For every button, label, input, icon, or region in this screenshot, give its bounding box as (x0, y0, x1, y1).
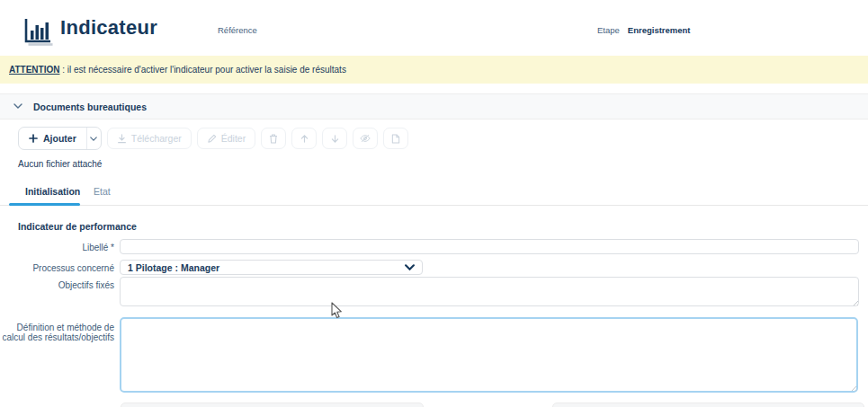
tab-etat[interactable]: Etat (94, 186, 111, 197)
step-indicator: EtapeEnregistrement (597, 25, 691, 35)
active-tab-underline (9, 203, 80, 206)
step-label: Etape (597, 25, 620, 35)
objectifs-textarea[interactable] (120, 277, 859, 306)
tab-initialisation[interactable]: Initialisation (25, 186, 80, 197)
form-section-title: Indicateur de performance (18, 221, 137, 232)
tab-bar: Initialisation Etat (0, 180, 868, 206)
processus-select[interactable]: 1 Pilotage : Manager (120, 260, 423, 275)
app-header: Indicateur Référence EtapeEnregistrement (0, 0, 868, 51)
definition-label: Définition et méthode de calcul des résu… (0, 323, 114, 342)
add-dropdown-toggle[interactable] (86, 128, 101, 149)
step-value: Enregistrement (628, 25, 691, 35)
visibility-button[interactable] (353, 128, 378, 149)
move-up-button[interactable] (291, 128, 317, 149)
download-button-label: Télécharger (131, 133, 182, 144)
delete-button[interactable] (261, 128, 286, 149)
select-chevron-down-icon (405, 264, 415, 270)
warning-banner: ATTENTION : il est nécessaire d'activer … (0, 56, 868, 84)
documents-section-title: Documents bureautiques (33, 102, 147, 112)
page-title: Indicateur (60, 16, 157, 40)
next-field-stub-right (552, 403, 864, 407)
add-button[interactable]: Ajouter (19, 128, 86, 149)
libelle-input[interactable] (120, 239, 859, 254)
processus-selected-value: 1 Pilotage : Manager (128, 262, 405, 273)
arrow-up-icon (300, 135, 309, 143)
libelle-label: Libellé * (0, 243, 114, 252)
no-file-message: Aucun fichier attaché (18, 159, 102, 169)
indicator-page: Indicateur Référence EtapeEnregistrement… (0, 0, 868, 407)
definition-textarea[interactable] (120, 317, 858, 393)
trash-icon (269, 134, 278, 144)
file-icon (391, 134, 400, 144)
next-field-stub-left (121, 403, 424, 407)
edit-button[interactable]: Éditer (197, 128, 255, 149)
preview-file-button[interactable] (383, 128, 408, 149)
download-button[interactable]: Télécharger (107, 128, 192, 149)
objectifs-label: Objectifs fixés (0, 280, 114, 290)
arrow-down-icon (331, 135, 339, 143)
warning-text: ATTENTION : il est nécessaire d'activer … (9, 56, 346, 84)
pencil-icon (207, 134, 217, 144)
warning-message: : il est nécessaire d'activer l'indicate… (59, 65, 345, 75)
add-button-label: Ajouter (43, 133, 76, 144)
caret-down-icon (90, 137, 97, 141)
plus-icon (29, 134, 38, 143)
documents-toolbar: Ajouter Télécharger Éditer (18, 127, 408, 150)
reference-label: Référence (218, 25, 257, 35)
eye-off-icon (360, 134, 371, 143)
documents-section-header[interactable]: Documents bureautiques (0, 93, 868, 119)
bar-chart-logo-icon (22, 18, 53, 48)
edit-button-label: Éditer (221, 133, 246, 144)
chevron-down-icon (13, 103, 22, 110)
processus-label: Processus concerné (0, 263, 114, 273)
warning-attention-label: ATTENTION (9, 65, 59, 75)
add-split-button: Ajouter (18, 127, 102, 150)
move-down-button[interactable] (322, 128, 347, 149)
download-icon (117, 134, 127, 144)
